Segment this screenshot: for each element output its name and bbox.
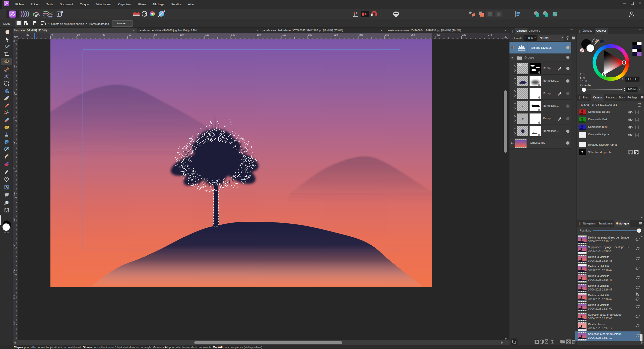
svg-text:100: 100 (180, 33, 184, 36)
svg-text:240: 240 (13, 321, 16, 325)
svg-text:140: 140 (13, 192, 16, 196)
svg-text:340: 340 (488, 33, 492, 36)
svg-text:20: 20 (13, 39, 16, 42)
svg-text:260: 260 (385, 33, 389, 36)
svg-text:200: 200 (13, 269, 16, 273)
svg-text:320: 320 (462, 33, 466, 36)
svg-text:160: 160 (257, 33, 261, 36)
svg-text:120: 120 (205, 33, 209, 36)
svg-text:40: 40 (103, 33, 105, 36)
svg-text:280: 280 (411, 33, 415, 36)
svg-text:0: 0 (51, 33, 53, 36)
svg-text:160: 160 (13, 218, 16, 222)
svg-text:300: 300 (436, 33, 440, 36)
svg-text:A: A (6, 185, 8, 189)
svg-text:120: 120 (13, 167, 16, 171)
svg-text:-20: -20 (26, 33, 29, 36)
svg-text:80: 80 (13, 117, 16, 119)
svg-text:140: 140 (231, 33, 235, 36)
svg-text:220: 220 (13, 295, 16, 299)
svg-text:60: 60 (128, 33, 131, 36)
svg-text:20: 20 (77, 33, 80, 36)
svg-text:180: 180 (282, 33, 286, 36)
svg-text:240: 240 (359, 33, 363, 36)
svg-text:60: 60 (13, 91, 16, 94)
svg-text:180: 180 (13, 244, 16, 248)
svg-text:220: 220 (334, 33, 338, 36)
svg-text:80: 80 (154, 33, 157, 36)
svg-text:100: 100 (13, 141, 16, 145)
svg-text:40: 40 (13, 65, 16, 68)
svg-text:200: 200 (308, 33, 312, 36)
